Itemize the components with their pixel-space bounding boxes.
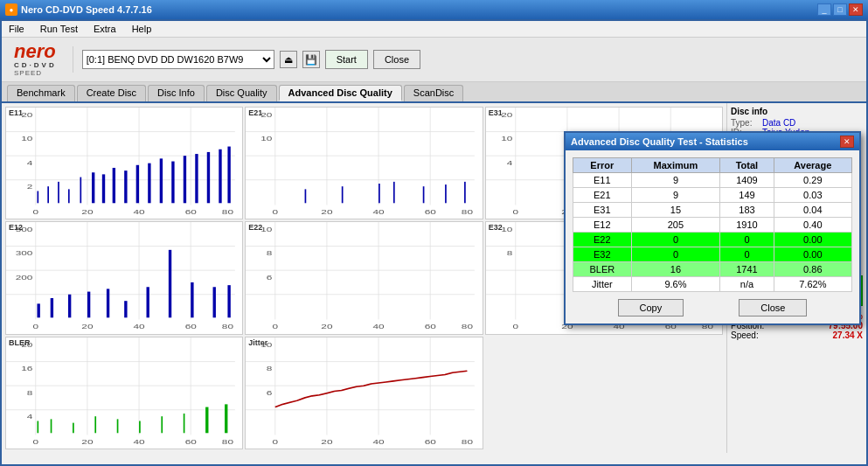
svg-text:60: 60 [425,323,437,330]
svg-text:0: 0 [33,208,39,215]
toolbar: nero CD·DVD SPEED [0:1] BENQ DVD DD DW16… [2,38,866,82]
svg-rect-161 [225,404,227,433]
svg-text:0: 0 [33,438,39,445]
svg-text:80: 80 [222,438,234,445]
maximize-button[interactable]: □ [833,3,847,16]
svg-text:20: 20 [501,111,513,118]
tab-disc-quality[interactable]: Disc Quality [206,85,277,101]
menu-help[interactable]: Help [128,23,156,35]
svg-rect-102 [213,288,216,318]
svg-text:20: 20 [322,323,334,330]
svg-text:0: 0 [273,323,279,330]
svg-rect-97 [107,289,109,318]
e11-chart: E11 20 10 4 [5,107,243,219]
start-button[interactable]: Start [325,50,368,69]
svg-text:40: 40 [373,323,385,330]
svg-rect-30 [184,156,186,203]
tab-bar: Benchmark Create Disc Disc Info Disc Qua… [2,82,866,103]
svg-rect-25 [124,170,127,203]
drive-select[interactable]: [0:1] BENQ DVD DD DW1620 B7W9 [82,50,274,69]
table-row: E2191490.03 [573,188,852,203]
menu-run-test[interactable]: Run Test [37,23,81,35]
svg-text:60: 60 [185,438,198,445]
tab-scan-disc[interactable]: ScanDisc [404,85,463,101]
table-row: BLER1617410.86 [573,262,852,277]
svg-text:60: 60 [185,208,198,215]
svg-text:80: 80 [222,323,234,330]
svg-rect-18 [47,186,49,203]
table-row: E1220519100.40 [573,218,852,233]
table-row: E11914090.29 [573,173,852,188]
svg-text:8: 8 [27,389,33,396]
svg-rect-29 [171,162,174,204]
svg-rect-94 [51,298,53,317]
dialog-title: Advanced Disc Quality Test - Statistics [571,136,748,147]
table-row: E22000.00 [573,233,852,247]
svg-rect-99 [147,288,149,318]
nero-logo: nero CD·DVD SPEED [7,40,64,79]
tab-disc-info[interactable]: Disc Info [148,85,205,101]
tab-benchmark[interactable]: Benchmark [7,85,75,101]
svg-text:200: 200 [16,274,33,281]
svg-text:20: 20 [81,438,94,445]
svg-text:60: 60 [185,323,198,330]
svg-text:40: 40 [133,208,145,215]
window-close-button[interactable]: ✕ [849,3,863,16]
svg-rect-26 [136,165,139,204]
svg-text:40: 40 [133,438,145,445]
svg-rect-159 [184,414,185,433]
svg-text:40: 40 [373,208,385,215]
svg-rect-17 [37,191,38,203]
svg-text:16: 16 [21,365,33,372]
col-error: Error [573,158,632,173]
svg-text:300: 300 [16,250,33,257]
dialog-title-close-button[interactable]: ✕ [840,136,854,148]
svg-rect-22 [92,172,94,203]
svg-text:80: 80 [462,208,474,215]
svg-rect-104 [246,222,482,333]
svg-text:0: 0 [512,323,518,330]
svg-rect-95 [68,295,71,318]
svg-text:20: 20 [322,438,334,445]
table-row: E32000.00 [573,247,852,262]
stats-dialog: Advanced Disc Quality Test - Statistics … [564,131,861,325]
svg-text:0: 0 [33,323,39,330]
save-icon[interactable]: 💾 [302,51,320,68]
svg-text:20: 20 [261,111,274,118]
tab-create-disc[interactable]: Create Disc [77,85,146,101]
svg-text:60: 60 [425,438,437,445]
disc-info-title: Disc info [731,107,863,116]
e22-chart: E22 10 8 6 0 20 [245,221,483,334]
svg-text:8: 8 [267,250,273,257]
svg-rect-96 [87,292,90,318]
svg-rect-52 [378,184,380,203]
svg-text:0: 0 [273,208,279,215]
stats-table: Error Maximum Total Average E11914090.29… [573,157,852,292]
eject-icon[interactable]: ⏏ [280,51,297,68]
svg-text:4: 4 [27,413,33,420]
copy-button[interactable]: Copy [618,299,684,316]
svg-rect-103 [227,285,230,317]
col-maximum: Maximum [631,158,720,173]
svg-text:10: 10 [261,135,274,142]
menu-file[interactable]: File [5,23,28,35]
svg-rect-24 [113,168,115,203]
tab-advanced-disc-quality[interactable]: Advanced Disc Quality [279,85,402,101]
menu-bar: File Run Test Extra Help [2,21,866,38]
svg-rect-28 [160,158,163,203]
menu-extra[interactable]: Extra [90,23,120,35]
col-average: Average [774,158,851,173]
dialog-close-button[interactable]: Close [739,299,807,316]
svg-text:0: 0 [273,438,279,445]
svg-text:10: 10 [501,135,513,142]
svg-rect-54 [423,186,425,203]
app-icon: ● [5,3,17,16]
svg-text:6: 6 [267,389,273,396]
svg-text:40: 40 [373,438,385,445]
minimize-button[interactable]: _ [817,3,831,16]
svg-text:10: 10 [501,226,513,233]
svg-rect-101 [191,282,193,317]
svg-rect-162 [246,337,482,449]
svg-text:2: 2 [27,184,33,191]
main-close-button[interactable]: Close [373,50,420,69]
